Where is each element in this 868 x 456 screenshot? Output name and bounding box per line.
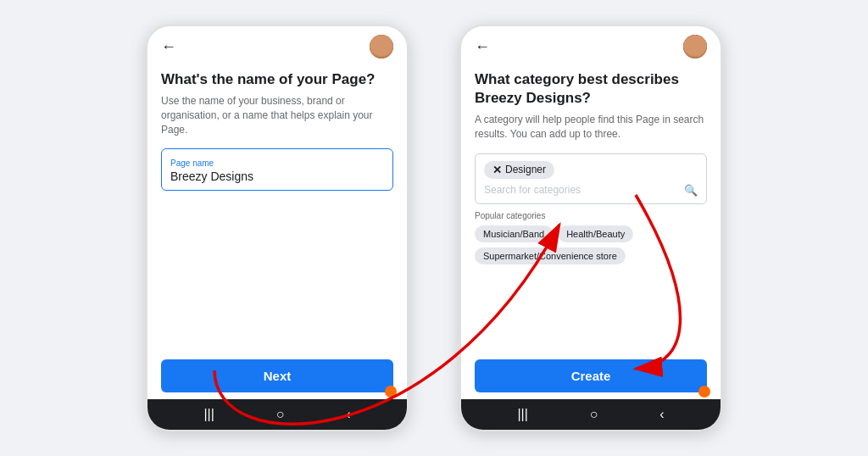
page-name-input-group[interactable]: Page name Breezy Designs (161, 148, 393, 191)
orange-dot-left (385, 386, 397, 398)
content-right: What category best describes Breezy Desi… (461, 64, 721, 351)
search-row: Search for categories 🔍 (484, 184, 698, 197)
designer-tag[interactable]: ✕ Designer (484, 161, 554, 179)
category-chips: Musician/Band Health/Beauty Supermarket/… (475, 225, 707, 264)
page-name-title: What's the name of your Page? (161, 70, 393, 89)
tag-row: ✕ Designer (484, 161, 698, 179)
chip-health[interactable]: Health/Beauty (558, 225, 633, 242)
menu-icon-right[interactable]: ||| (517, 407, 527, 422)
chip-musician[interactable]: Musician/Band (475, 225, 553, 242)
input-value[interactable]: Breezy Designs (170, 170, 384, 183)
bottom-left: Next (147, 351, 407, 399)
phone-left: ← What's the name of your Page? Use the … (146, 25, 409, 431)
back-arrow-right[interactable]: ← (475, 38, 490, 56)
create-button[interactable]: Create (475, 359, 707, 392)
nav-bar-right: ||| ○ ‹ (461, 399, 721, 430)
phone-right: ← What category best describes Breezy De… (459, 25, 722, 431)
page-name-subtitle: Use the name of your business, brand or … (161, 94, 393, 136)
avatar-left (370, 35, 393, 58)
nav-bar-left: ||| ○ ‹ (147, 399, 407, 430)
menu-icon-left[interactable]: ||| (203, 407, 214, 422)
home-icon-left[interactable]: ○ (276, 407, 285, 422)
chip-supermarket[interactable]: Supermarket/Convenience store (475, 247, 626, 264)
main-container: ← What's the name of your Page? Use the … (0, 0, 868, 456)
avatar-right (683, 35, 707, 58)
search-icon: 🔍 (684, 184, 698, 197)
back-icon-right[interactable]: ‹ (659, 407, 664, 422)
top-bar-right: ← (461, 26, 721, 64)
back-arrow-left[interactable]: ← (161, 38, 176, 56)
category-title: What category best describes Breezy Desi… (475, 70, 707, 108)
tag-label: Designer (505, 164, 546, 175)
input-label: Page name (170, 158, 214, 168)
tag-remove-icon[interactable]: ✕ (492, 164, 502, 176)
next-button[interactable]: Next (161, 359, 393, 392)
category-subtitle: A category will help people find this Pa… (475, 113, 707, 142)
category-tag-area[interactable]: ✕ Designer Search for categories 🔍 (475, 153, 707, 204)
top-bar-left: ← (147, 26, 407, 64)
orange-dot-right (698, 386, 710, 398)
bottom-right: Create (461, 351, 721, 399)
back-icon-left[interactable]: ‹ (346, 407, 350, 422)
content-left: What's the name of your Page? Use the na… (147, 64, 407, 351)
arrow-overlay (0, 0, 868, 456)
search-placeholder[interactable]: Search for categories (484, 184, 581, 196)
popular-label: Popular categories (475, 211, 707, 220)
home-icon-right[interactable]: ○ (590, 407, 598, 422)
